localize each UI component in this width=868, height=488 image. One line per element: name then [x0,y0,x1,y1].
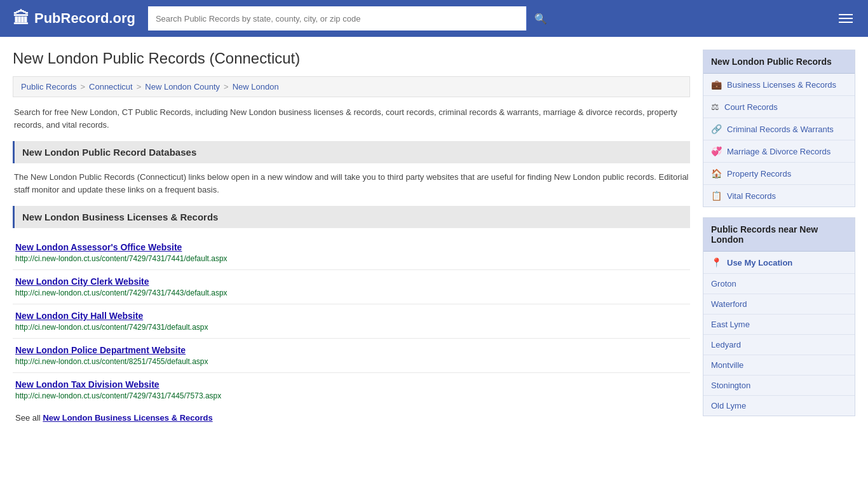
databases-description: The New London Public Records (Connectic… [13,171,690,196]
record-link-item: New London Assessor's Office Website htt… [13,236,690,270]
menu-bar-1 [839,14,853,15]
nearby-city-label-1: Waterford [711,299,747,309]
sidebar-nearby-section: Public Records near New London 📍 Use My … [703,217,855,416]
breadcrumb-new-london[interactable]: New London [233,82,279,92]
logo-text: PubRecord.org [34,10,135,27]
location-icon: 📍 [711,257,722,268]
nearby-city-label-4: Montville [711,360,743,370]
see-all-link[interactable]: New London Business Licenses & Records [43,413,212,423]
sidebar-nav: 💼 Business Licenses & Records ⚖ Court Re… [703,74,855,207]
sidebar-nav-item-3[interactable]: 💞 Marriage & Divorce Records [703,140,855,163]
record-link-title-4[interactable]: New London Tax Division Website [15,379,688,390]
nearby-city-4[interactable]: Montville [703,355,855,376]
breadcrumb-sep-1: > [80,82,85,92]
nearby-city-6[interactable]: Old Lyme [703,396,855,416]
sidebar-nav-label-1: Court Records [724,102,778,112]
logo-icon: 🏛 [13,9,29,29]
menu-bar-3 [839,22,853,23]
sidebar-nav-icon-1: ⚖ [711,102,719,112]
use-my-location-label: Use My Location [727,258,792,268]
breadcrumb-sep-2: > [137,82,142,92]
business-license-links: New London Assessor's Office Website htt… [13,236,690,407]
page-description: Search for free New London, CT Public Re… [13,106,690,131]
business-licenses-section-header: New London Business Licenses & Records [13,206,690,228]
main-container: New London Public Records (Connecticut) … [0,37,868,438]
sidebar-nav-icon-3: 💞 [711,146,722,156]
breadcrumb-new-london-county[interactable]: New London County [145,82,220,92]
sidebar-nav-icon-4: 🏠 [711,168,722,179]
record-link-url-4[interactable]: http://ci.new-london.ct.us/content/7429/… [15,391,688,400]
logo[interactable]: 🏛 PubRecord.org [13,9,135,29]
record-link-url-3[interactable]: http://ci.new-london.ct.us/content/8251/… [15,357,688,366]
record-link-item: New London Police Department Website htt… [13,339,690,373]
sidebar-nav-item-5[interactable]: 📋 Vital Records [703,185,855,207]
sidebar-nav-label-4: Property Records [727,169,791,179]
sidebar-records-header: New London Public Records [703,50,855,74]
nearby-city-1[interactable]: Waterford [703,294,855,315]
nearby-city-label-2: East Lyme [711,320,750,329]
sidebar-nav-icon-2: 🔗 [711,124,722,134]
nearby-city-3[interactable]: Ledyard [703,335,855,355]
nearby-city-label-6: Old Lyme [711,401,746,410]
nearby-city-0[interactable]: Groton [703,274,855,294]
sidebar-nav-icon-5: 📋 [711,191,722,201]
databases-section-header: New London Public Record Databases [13,141,690,163]
sidebar-nav-label-5: Vital Records [727,191,776,201]
header: 🏛 PubRecord.org 🔍 [0,0,868,37]
see-all-prefix: See all [15,413,43,423]
search-bar: 🔍 [148,6,555,30]
nearby-cities: GrotonWaterfordEast LymeLedyardMontville… [703,274,855,416]
content-area: New London Public Records (Connecticut) … [13,50,690,425]
see-all-section: See all New London Business Licenses & R… [13,407,690,425]
sidebar: New London Public Records 💼 Business Lic… [703,50,855,425]
record-link-url-0[interactable]: http://ci.new-london.ct.us/content/7429/… [15,254,688,263]
page-title: New London Public Records (Connecticut) [13,50,690,67]
sidebar-nav-label-2: Criminal Records & Warrants [727,125,834,134]
record-link-item: New London Tax Division Website http://c… [13,373,690,407]
search-input[interactable] [148,6,526,30]
sidebar-nav-item-4[interactable]: 🏠 Property Records [703,163,855,185]
nearby-city-label-3: Ledyard [711,340,741,349]
record-link-url-2[interactable]: http://ci.new-london.ct.us/content/7429/… [15,323,688,332]
sidebar-nav-label-0: Business Licenses & Records [727,80,836,90]
sidebar-nav-label-3: Marriage & Divorce Records [727,147,831,156]
breadcrumb-connecticut[interactable]: Connecticut [89,82,133,92]
record-link-title-0[interactable]: New London Assessor's Office Website [15,242,688,252]
record-link-item: New London City Clerk Website http://ci.… [13,270,690,304]
sidebar-records-section: New London Public Records 💼 Business Lic… [703,50,855,207]
nearby-city-label-0: Groton [711,279,736,288]
nearby-city-5[interactable]: Stonington [703,376,855,396]
search-button[interactable]: 🔍 [526,6,555,30]
record-link-url-1[interactable]: http://ci.new-london.ct.us/content/7429/… [15,288,688,297]
record-link-title-2[interactable]: New London City Hall Website [15,311,688,321]
sidebar-nav-item-2[interactable]: 🔗 Criminal Records & Warrants [703,118,855,140]
nearby-city-2[interactable]: East Lyme [703,315,855,335]
record-link-title-1[interactable]: New London City Clerk Website [15,276,688,287]
record-link-item: New London City Hall Website http://ci.n… [13,304,690,339]
breadcrumb-sep-3: > [224,82,229,92]
menu-bar-2 [839,18,853,19]
sidebar-nav-icon-0: 💼 [711,79,722,90]
sidebar-nearby-header: Public Records near New London [703,218,855,252]
breadcrumb: Public Records > Connecticut > New Londo… [13,76,690,97]
search-icon: 🔍 [534,13,547,25]
record-link-title-3[interactable]: New London Police Department Website [15,345,688,355]
breadcrumb-public-records[interactable]: Public Records [21,82,76,92]
sidebar-nav-item-0[interactable]: 💼 Business Licenses & Records [703,74,855,96]
use-my-location[interactable]: 📍 Use My Location [703,252,855,274]
menu-button[interactable] [836,11,855,25]
nearby-city-label-5: Stonington [711,381,750,390]
sidebar-nav-item-1[interactable]: ⚖ Court Records [703,96,855,118]
